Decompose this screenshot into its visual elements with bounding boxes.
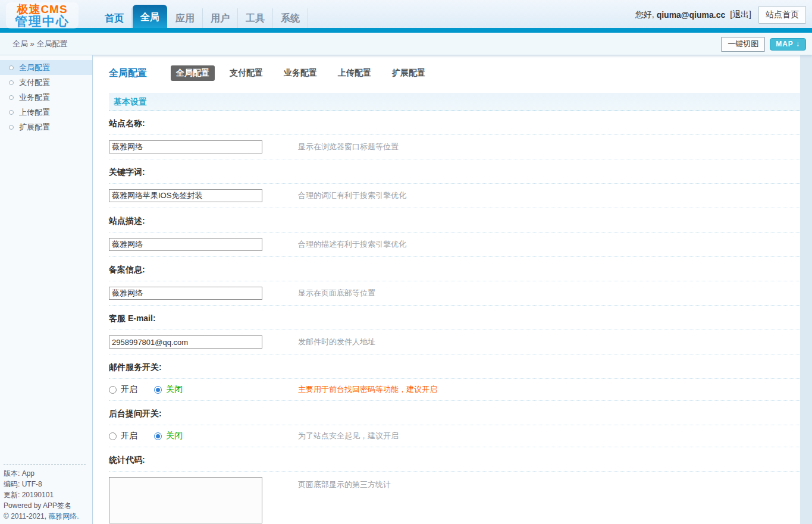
teal-accent-bar — [0, 28, 812, 33]
breadcrumb: 全局 » 全局配置 — [12, 39, 67, 49]
bullet-circle-icon — [9, 125, 14, 130]
logo-line1: 极速CMS — [10, 4, 75, 15]
field-label-service-email: 客服 E-mail: — [109, 306, 800, 330]
nav-item-tools[interactable]: 工具 — [238, 8, 273, 28]
footer-encoding: 编码: UTF-8 — [4, 479, 86, 490]
top-nav: 首页 全局 应用 用户 工具 系统 — [97, 5, 308, 28]
site-home-button[interactable]: 站点首页 — [758, 6, 806, 24]
sidebar: 全局配置 支付配置 业务配置 上传配置 扩展配置 版本: App 编码: UTF… — [0, 55, 93, 524]
field-hint: 显示在页面底部等位置 — [298, 288, 375, 299]
user-greeting: 您好, — [635, 10, 654, 20]
stats-code-textarea[interactable] — [109, 477, 262, 523]
bullet-circle-icon — [9, 95, 14, 100]
field-label-admin-question-switch: 后台提问开关: — [109, 401, 800, 425]
field-label-keywords: 关键字词: — [109, 159, 800, 184]
app-header: 极速CMS 管理中心 首页 全局 应用 用户 工具 系统 您好, qiuma@q… — [0, 0, 812, 28]
footer-version: 版本: App — [4, 468, 86, 479]
page-title-link[interactable]: 全局配置 — [109, 67, 147, 80]
sidebar-item-label: 上传配置 — [19, 107, 50, 118]
footer-powered: Powered by APP签名 — [4, 500, 86, 511]
field-hint: 发邮件时的发件人地址 — [298, 337, 375, 347]
field-row-icp-info: 显示在页面底部等位置 — [109, 281, 800, 306]
app-logo: 极速CMS 管理中心 — [6, 2, 79, 29]
map-button[interactable]: MAP ↓ — [770, 38, 806, 51]
sidebar-item-payment-config[interactable]: 支付配置 — [0, 75, 92, 90]
field-hint: 合理的词汇有利于搜索引擎优化 — [298, 190, 406, 201]
field-row-mail-service-switch: 开启 关闭 主要用于前台找回密码等功能，建议开启 — [109, 379, 800, 401]
sidebar-item-label: 扩展配置 — [19, 122, 50, 133]
sidebar-menu: 全局配置 支付配置 业务配置 上传配置 扩展配置 — [0, 60, 92, 134]
breadcrumb-bar: 全局 » 全局配置 一键切图 MAP ↓ — [0, 33, 812, 55]
nav-item-apps[interactable]: 应用 — [168, 8, 203, 28]
sidebar-footer: 版本: App 编码: UTF-8 更新: 20190101 Powered b… — [4, 464, 86, 522]
sidebar-item-business-config[interactable]: 业务配置 — [0, 90, 92, 105]
sidebar-item-label: 全局配置 — [19, 62, 50, 73]
main-content: 全局配置 全局配置 支付配置 业务配置 上传配置 扩展配置 基本设置 站点名称:… — [93, 55, 800, 524]
field-label-site-name: 站点名称: — [109, 111, 800, 135]
nav-item-system[interactable]: 系统 — [273, 8, 308, 28]
sidebar-item-upload-config[interactable]: 上传配置 — [0, 105, 92, 120]
field-row-keywords: 合理的词汇有利于搜索引擎优化 — [109, 184, 800, 208]
radio-on-unchecked[interactable] — [109, 432, 117, 440]
logout-link[interactable]: [退出] — [730, 10, 751, 20]
one-key-screenshot-button[interactable]: 一键切图 — [721, 37, 765, 52]
radio-on-label[interactable]: 开启 — [121, 431, 137, 441]
sidebar-item-label: 支付配置 — [19, 77, 50, 88]
field-label-icp-info: 备案信息: — [109, 257, 800, 281]
tab-payment-config[interactable]: 支付配置 — [224, 65, 269, 81]
field-hint: 为了站点安全起见，建议开启 — [298, 431, 399, 441]
radio-off-checked[interactable] — [154, 432, 162, 440]
bullet-circle-icon — [9, 110, 14, 115]
mail-service-radio-group: 开启 关闭 — [109, 384, 262, 395]
nav-item-users[interactable]: 用户 — [203, 8, 238, 28]
radio-off-label[interactable]: 关闭 — [166, 431, 183, 441]
user-email: qiuma@qiuma.cc — [657, 10, 726, 20]
nav-item-home[interactable]: 首页 — [97, 8, 132, 28]
site-name-input[interactable] — [109, 140, 262, 153]
field-label-stats-code: 统计代码: — [109, 447, 800, 472]
icp-info-input[interactable] — [109, 287, 262, 300]
field-hint: 合理的描述有利于搜索引擎优化 — [298, 239, 406, 250]
sidebar-item-global-config[interactable]: 全局配置 — [0, 60, 92, 75]
sidebar-item-label: 业务配置 — [19, 92, 50, 103]
keywords-input[interactable] — [109, 189, 262, 202]
footer-copyright: © 2011-2021, 薇雅网络. — [4, 511, 86, 522]
user-box: 您好, qiuma@qiuma.cc [退出] 站点首页 — [635, 6, 806, 24]
radio-off-checked[interactable] — [154, 386, 162, 394]
tab-business-config[interactable]: 业务配置 — [278, 65, 323, 81]
site-description-input[interactable] — [109, 238, 262, 251]
radio-off-label[interactable]: 关闭 — [166, 384, 183, 395]
bullet-circle-icon — [9, 80, 14, 85]
field-row-admin-question-switch: 开启 关闭 为了站点安全起见，建议开启 — [109, 425, 800, 447]
field-hint: 页面底部显示的第三方统计 — [298, 479, 391, 490]
section-header-basic: 基本设置 — [109, 93, 800, 111]
sidebar-item-extend-config[interactable]: 扩展配置 — [0, 120, 92, 134]
radio-on-unchecked[interactable] — [109, 386, 117, 394]
config-tabs-row: 全局配置 全局配置 支付配置 业务配置 上传配置 扩展配置 — [109, 55, 800, 81]
field-label-mail-service-switch: 邮件服务开关: — [109, 354, 800, 379]
admin-question-radio-group: 开启 关闭 — [109, 431, 262, 441]
copyright-link[interactable]: 薇雅网络. — [48, 512, 79, 520]
service-email-input[interactable] — [109, 335, 262, 349]
field-hint-warning: 主要用于前台找回密码等功能，建议开启 — [298, 384, 437, 395]
tab-global-config[interactable]: 全局配置 — [171, 65, 215, 81]
tab-extend-config[interactable]: 扩展配置 — [386, 65, 431, 81]
field-label-site-description: 站点描述: — [109, 208, 800, 233]
tab-upload-config[interactable]: 上传配置 — [332, 65, 377, 81]
field-row-stats-code: 页面底部显示的第三方统计 — [109, 472, 800, 524]
logo-line2: 管理中心 — [10, 15, 75, 27]
field-row-site-name: 显示在浏览器窗口标题等位置 — [109, 135, 800, 159]
radio-on-label[interactable]: 开启 — [121, 384, 137, 395]
field-row-site-description: 合理的描述有利于搜索引擎优化 — [109, 233, 800, 257]
field-hint: 显示在浏览器窗口标题等位置 — [298, 142, 399, 152]
footer-updated: 更新: 20190101 — [4, 490, 86, 500]
bullet-circle-icon — [9, 65, 14, 70]
field-row-service-email: 发邮件时的发件人地址 — [109, 330, 800, 354]
nav-item-global[interactable]: 全局 — [133, 5, 167, 28]
